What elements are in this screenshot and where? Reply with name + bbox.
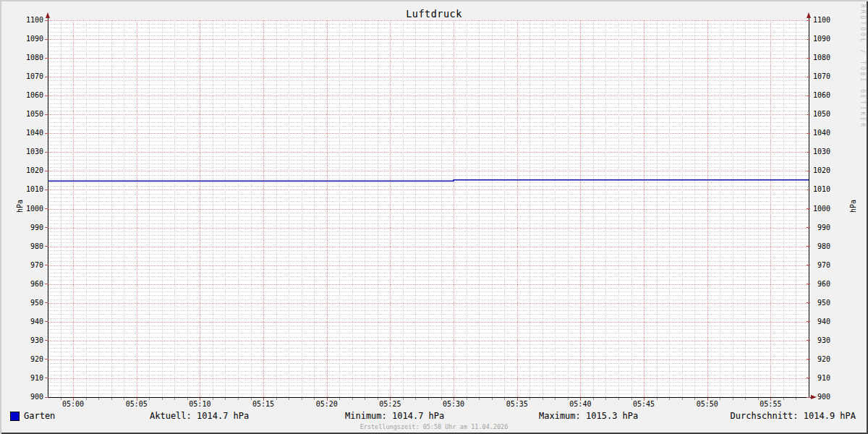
y-axis-tick-label-left: 1000 [14,205,43,213]
y-axis-tick-label-right: 1060 [812,91,830,100]
y-axis-tick-left [45,95,48,96]
y-axis-tick-label-right: 940 [812,318,830,326]
x-axis-tick-minor [378,398,378,400]
y-axis-tick-label-left: 1050 [14,110,43,119]
x-axis-tick-minor [720,398,720,400]
y-axis-tick-left [45,114,48,115]
y-axis-tick-right [807,133,810,134]
y-axis-tick-left [45,340,48,341]
y-axis-tick-label-left: 940 [14,318,43,326]
x-axis-tick-minor [694,398,695,400]
y-axis-tick-label-right: 900 [812,393,830,401]
x-axis-tick-minor [415,398,416,400]
x-axis-tick-minor [314,398,315,400]
y-axis-tick-label-left: 920 [14,355,43,364]
x-axis-tick-label: 05:30 [432,400,475,409]
y-axis-tick-right [807,152,810,153]
y-axis-tick-label-left: 930 [14,336,43,345]
y-axis-tick-right [807,302,810,303]
y-axis-tick-right [807,397,810,398]
stat-maximum: Maximum: 1015.3 hPa [539,411,638,421]
x-axis-tick-major [137,398,137,401]
y-axis-tick-label-left: 970 [14,261,43,270]
x-axis-tick-major [454,398,454,401]
axis-arrow-up-left-icon [46,12,50,18]
y-axis-tick-right [807,39,810,40]
y-axis-tick-left [45,321,48,322]
x-axis-tick-minor [213,398,213,400]
y-axis-tick-label-left: 990 [14,224,43,232]
stat-durchschnitt: Durchschnitt: 1014.9 hPA [731,411,856,421]
x-axis-tick-minor [98,398,99,400]
x-axis-tick-minor [86,398,87,400]
x-axis-tick-major [707,398,708,401]
y-axis-tick-label-left: 960 [14,280,43,289]
x-axis-tick-major [770,398,771,401]
y-axis-tick-left [45,39,48,40]
x-axis-tick-label: 05:25 [368,400,412,409]
y-axis-tick-label-left: 900 [14,393,43,401]
x-axis-tick-minor [467,398,467,400]
x-axis-tick-minor [758,398,759,400]
y-axis-tick-label-left: 910 [14,374,43,383]
y-axis-tick-left [45,246,48,247]
x-axis-tick-minor [605,398,606,400]
x-axis-tick-minor [529,398,530,400]
x-axis-tick-minor [745,398,746,400]
x-axis-tick-minor [149,398,150,400]
y-axis-unit-right: hPa [849,200,857,213]
x-axis-tick-minor [111,398,112,400]
x-axis-tick-label: 05:00 [51,400,95,409]
y-axis-tick-right [807,77,810,77]
y-axis-tick-label-right: 1030 [812,148,830,156]
y-axis-tick-right [807,171,810,171]
y-axis-tick-label-right: 1000 [812,205,830,213]
x-axis-tick-minor [276,398,277,400]
y-axis-tick-left [45,58,48,59]
x-axis-tick-label: 05:45 [622,400,665,409]
x-axis-tick-minor [733,398,733,400]
x-axis-tick-major [200,398,200,401]
y-axis-tick-right [807,58,810,59]
x-axis-tick-minor [403,398,404,400]
x-axis-tick-minor [187,398,188,400]
y-axis-tick-left [45,265,48,265]
y-axis-tick-left [45,359,48,359]
y-axis-tick-label-right: 980 [812,242,830,251]
x-axis-tick-minor [162,398,163,400]
y-axis-tick-right [807,378,810,378]
stat-minimum: Minimum: 1014.7 hPa [345,411,444,421]
y-axis-tick-label-right: 930 [812,336,830,345]
x-axis-tick-major [580,398,581,401]
x-axis-tick-minor [555,398,556,400]
legend-swatch [10,412,20,421]
y-axis-tick-label-left: 1010 [14,185,43,194]
x-axis-tick-minor [669,398,670,400]
x-axis-tick-minor [61,398,61,400]
y-axis-tick-label-right: 1010 [812,185,830,194]
x-axis-tick-minor [618,398,619,400]
rrdtool-graph: Luftdruck RRDTOOL / TOBI OETIKER hPa hPa… [0,0,868,434]
x-axis-tick-minor [339,398,340,400]
x-axis-tick-minor [124,398,124,400]
x-axis-tick-minor [593,398,594,400]
y-axis-tick-right [807,95,810,96]
footer-creation-time: Erstellungszeit: 05:58 Uhr am 11.04.2026 [0,423,868,430]
y-axis-tick-right [807,246,810,247]
y-axis-tick-label-left: 1040 [14,129,43,137]
y-axis-tick-right [807,265,810,265]
x-axis-tick-minor [504,398,505,400]
y-axis-tick-right [807,340,810,341]
x-axis-tick-minor [225,398,226,400]
y-axis-tick-label-right: 1070 [812,72,830,81]
x-axis-tick-minor [796,398,796,400]
rrdtool-watermark: RRDTOOL / TOBI OETIKER [859,4,866,129]
y-axis-tick-right [807,321,810,322]
y-axis-tick-right [807,190,810,190]
y-axis-tick-left [45,397,48,398]
x-axis-tick-major [263,398,264,401]
y-axis-tick-label-right: 920 [812,355,830,364]
legend-series-label: Garten [24,411,55,421]
y-axis-tick-right [807,208,810,209]
y-axis-tick-right [807,359,810,359]
